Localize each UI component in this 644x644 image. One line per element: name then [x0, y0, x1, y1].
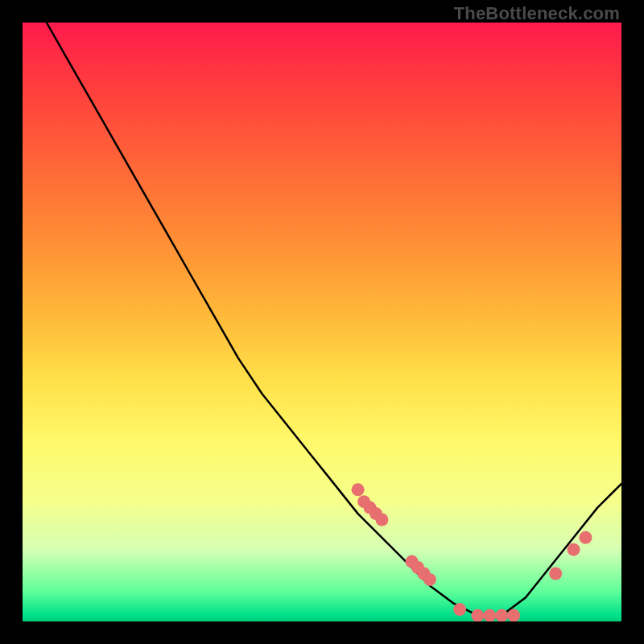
marker-dot [495, 609, 508, 621]
marker-dot [364, 502, 377, 514]
marker-dot [357, 495, 370, 508]
chart-svg [23, 23, 621, 621]
marker-dot [406, 555, 419, 568]
marker-dot [568, 543, 580, 556]
marker-dot [423, 573, 436, 586]
marker-dot [418, 568, 431, 580]
marker-dot [471, 609, 484, 621]
marker-dot [375, 514, 388, 526]
marker-dot [453, 603, 466, 616]
marker-points [352, 483, 592, 621]
marker-dot [579, 531, 592, 544]
bottleneck-curve [47, 23, 621, 616]
marker-dot [369, 507, 382, 520]
chart-plot-area [23, 23, 621, 621]
marker-dot [411, 561, 424, 574]
marker-dot [352, 483, 365, 496]
marker-dot [549, 568, 562, 580]
marker-dot [483, 609, 496, 621]
watermark-text: TheBottleneck.com [454, 3, 620, 24]
marker-dot [507, 609, 520, 621]
